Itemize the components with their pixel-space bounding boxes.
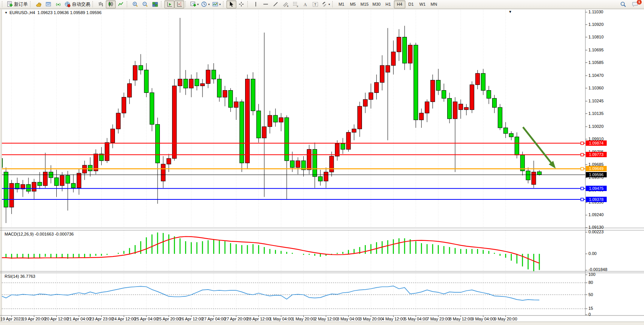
price-level-badge: 1.09773 bbox=[586, 152, 607, 157]
timeframe-h1-button[interactable]: H1 bbox=[383, 0, 394, 8]
search-button[interactable] bbox=[618, 0, 628, 8]
date-tick-label: 1 May 20:00 bbox=[292, 317, 315, 321]
toolbar-grip bbox=[247, 1, 250, 7]
timeframe-mn-button[interactable]: MN bbox=[428, 0, 440, 8]
fibonacci-icon: F bbox=[292, 1, 299, 8]
text-icon: A bbox=[302, 1, 308, 7]
chart-canvas[interactable] bbox=[0, 9, 644, 322]
signals-button[interactable] bbox=[53, 0, 63, 8]
periods-button[interactable]: ▾ bbox=[200, 0, 211, 8]
rsi-indicator-label: RSI(14) 36.7763 bbox=[5, 274, 35, 279]
horizontal-lines[interactable] bbox=[2, 142, 585, 201]
data-window-button[interactable] bbox=[43, 0, 53, 8]
autotrading-button-label: 自动交易 bbox=[72, 1, 90, 8]
date-tick-label: 24 Apr 12:00 bbox=[112, 317, 135, 321]
date-tick-label: 25 Apr 20:00 bbox=[157, 317, 180, 321]
chevron-down-icon[interactable]: ▾ bbox=[219, 3, 221, 6]
templates-button[interactable]: ▾ bbox=[211, 0, 222, 8]
auto-scroll-button[interactable] bbox=[164, 0, 174, 8]
date-tick-label: 21 Apr 04:00 bbox=[67, 317, 91, 321]
toolbar-grip bbox=[185, 1, 188, 7]
rsi-tick-label: 15 bbox=[588, 306, 593, 311]
date-tick-label: 9 May 04:00 bbox=[472, 317, 495, 321]
cursor-icon bbox=[228, 1, 234, 7]
tile-windows-button[interactable] bbox=[150, 0, 160, 8]
date-tick-label: 20 Apr 12:00 bbox=[45, 317, 68, 321]
text-label-icon: T bbox=[312, 1, 319, 8]
grid-lines bbox=[12, 10, 506, 315]
chart-title: ▼EURUSD-,H4 1.09623 1.09636 1.09589 1.09… bbox=[5, 10, 102, 15]
date-tick-label: 27 Apr 04:00 bbox=[202, 317, 225, 321]
clock-icon bbox=[201, 1, 207, 8]
timeframe-w1-button[interactable]: W1 bbox=[417, 0, 428, 8]
zoom-out-button[interactable] bbox=[140, 0, 150, 8]
price-tick-label: 1.10920 bbox=[588, 22, 604, 27]
chart-window[interactable]: ▼EURUSD-,H4 1.09623 1.09636 1.09589 1.09… bbox=[0, 9, 644, 322]
timeframe-h4-button[interactable]: H4 bbox=[394, 0, 405, 8]
svg-text:F: F bbox=[297, 5, 298, 7]
zoom-in-button[interactable] bbox=[130, 0, 140, 8]
toolbar-grip bbox=[30, 1, 32, 7]
date-tick-label: 4 May 12:00 bbox=[382, 317, 405, 321]
toolbar-grip bbox=[2, 1, 4, 7]
new-order-button-label: 新订单 bbox=[14, 1, 28, 8]
arrows-button[interactable]: ▾ bbox=[320, 0, 331, 8]
timeframe-d1-button[interactable]: D1 bbox=[405, 0, 417, 8]
candlestick-chart-button[interactable] bbox=[106, 0, 116, 8]
market-watch-icon bbox=[35, 1, 42, 8]
arrows-icon bbox=[321, 1, 328, 8]
timeframe-m5-button[interactable]: M5 bbox=[347, 0, 359, 8]
macd-histogram bbox=[0, 233, 539, 272]
autotrading-button[interactable]: 自动交易 bbox=[63, 0, 91, 8]
cursor-button[interactable] bbox=[226, 0, 236, 8]
candlestick-icon bbox=[108, 1, 114, 7]
new-order-button[interactable]: 新订单 bbox=[5, 0, 29, 8]
chevron-down-icon[interactable]: ▾ bbox=[208, 3, 210, 6]
price-tick-label: 1.10810 bbox=[588, 35, 604, 39]
chart-shift-button[interactable] bbox=[174, 0, 184, 8]
line-chart-button[interactable] bbox=[116, 0, 126, 8]
tile-windows-icon bbox=[152, 1, 158, 8]
vline-button[interactable] bbox=[251, 0, 261, 8]
trend-arrow-line[interactable] bbox=[523, 127, 552, 164]
date-tick-label: 23 Apr 23:00 bbox=[89, 317, 113, 321]
hline-button[interactable] bbox=[261, 0, 271, 8]
new-chart-button[interactable]: ▾ bbox=[189, 0, 200, 8]
fibonacci-button[interactable]: F bbox=[290, 0, 300, 8]
autotrading-icon bbox=[64, 1, 71, 8]
price-tick-label: 1.10245 bbox=[588, 99, 604, 103]
price-level-badge: 1.09874 bbox=[586, 140, 607, 146]
price-tick-label: 1.10020 bbox=[588, 124, 604, 129]
date-tick-label: 2 May 12:00 bbox=[314, 317, 338, 321]
data-window-icon bbox=[45, 1, 52, 8]
text-button[interactable]: A bbox=[300, 0, 310, 8]
rsi-line bbox=[0, 286, 539, 300]
market-watch-button[interactable] bbox=[33, 0, 43, 8]
price-tick-label: 1.10135 bbox=[588, 111, 604, 116]
chevron-down-icon[interactable]: ▾ bbox=[328, 3, 330, 6]
trendline-button[interactable] bbox=[271, 0, 281, 8]
notifications-button[interactable]: 1 bbox=[630, 0, 640, 8]
date-tick-label: 7 May 23:00 bbox=[427, 317, 450, 321]
channel-button[interactable]: E bbox=[281, 0, 290, 8]
toolbar-grip bbox=[127, 1, 129, 7]
date-tick-label: 19 Apr 2023 bbox=[0, 317, 23, 321]
chart-collapse-icon[interactable]: ▼ bbox=[5, 11, 8, 14]
zoom-in-icon bbox=[132, 1, 139, 8]
macd-tick-label: -0.001848 bbox=[588, 267, 607, 272]
status-bar bbox=[0, 322, 644, 325]
bar-chart-button[interactable] bbox=[96, 0, 106, 8]
timeframe-m1-button[interactable]: M1 bbox=[336, 0, 347, 8]
crosshair-button[interactable] bbox=[236, 0, 246, 8]
date-tick-label: 5 May 04:00 bbox=[404, 317, 427, 321]
text-label-button[interactable]: T bbox=[310, 0, 320, 8]
date-tick-label: 3 May 20:00 bbox=[359, 317, 383, 321]
timeframe-m15-button[interactable]: M15 bbox=[359, 0, 370, 8]
chart-shift-marker-icon[interactable]: ▼ bbox=[509, 10, 512, 14]
date-tick-label: 9 May 20:00 bbox=[494, 317, 517, 321]
trendline-icon bbox=[273, 1, 279, 7]
price-tick-label: 1.11030 bbox=[588, 10, 603, 14]
date-tick-label: 19 Apr 20:00 bbox=[22, 317, 46, 321]
timeframe-m30-button[interactable]: M30 bbox=[370, 0, 382, 8]
chevron-down-icon[interactable]: ▾ bbox=[197, 3, 199, 6]
